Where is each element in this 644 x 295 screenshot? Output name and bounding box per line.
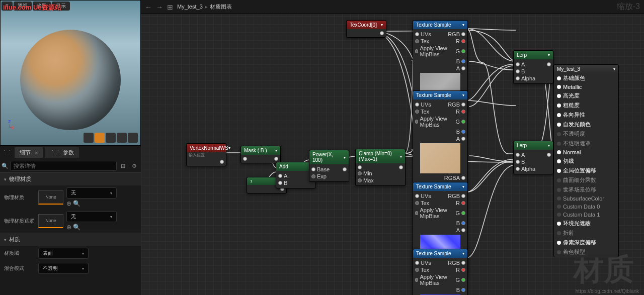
result-pin-19[interactable]: 着色模型 — [554, 247, 618, 257]
asset-slot-phys-mask[interactable]: None — [38, 214, 63, 228]
result-pin-7[interactable]: 不透明遮罩 — [554, 139, 618, 148]
tab-details[interactable]: 细节 × — [15, 147, 43, 158]
close-icon[interactable]: × — [35, 150, 38, 156]
material-result-node[interactable]: My_test_3 基础颜色Metallic高光度粗糙度各向异性自发光颜色不透明… — [553, 64, 619, 257]
node-vertexnormalws[interactable]: VertexNormalWS 输入位置 — [186, 143, 226, 166]
node-texture-sample-4[interactable]: Texture Sample UVsRGB TexR Apply View Mi… — [413, 249, 468, 295]
nav-back-icon[interactable]: ← — [145, 3, 152, 11]
graph-toolbar: ← → ⊞ My_test_3▸材质图表 缩放-3 — [141, 0, 644, 14]
section-material[interactable]: 材质 — [0, 233, 141, 246]
search-input[interactable] — [10, 161, 117, 171]
prop-label-blend: 混合模式 — [4, 265, 34, 272]
result-pin-13[interactable]: SubsurfaceColor — [554, 194, 618, 203]
browse-icon[interactable]: 🔍 — [73, 200, 80, 207]
result-pin-15[interactable]: Custom Data 1 — [554, 211, 618, 219]
node-mask[interactable]: Mask ( B ) — [240, 146, 281, 163]
result-pin-5[interactable]: 自发光颜色 — [554, 120, 618, 129]
browse-icon[interactable]: 🔍 — [73, 224, 80, 231]
nav-forward-icon[interactable]: → — [156, 3, 163, 11]
zoom-level: 缩放-3 — [617, 2, 640, 12]
material-preview-viewport[interactable]: iiiue.com Ue资源站 ≡ 透视 光照 显示 z└x — [0, 0, 141, 146]
home-icon[interactable]: ⊞ — [167, 3, 173, 11]
prop-label-domain: 材质域 — [4, 250, 34, 257]
prop-label-phys-mat: 物理材质 — [4, 194, 34, 201]
result-pin-11[interactable]: 曲面细分乘数 — [554, 175, 618, 185]
settings-gear-icon[interactable]: ⚙ — [129, 163, 139, 169]
viewport-shape-buttons[interactable] — [84, 133, 138, 143]
node-texcoord[interactable]: TexCoord[0] — [346, 20, 386, 38]
use-selected-icon[interactable]: ⊕ — [66, 200, 71, 207]
result-pin-10[interactable]: 全局位置偏移 — [554, 166, 618, 175]
use-selected-icon[interactable]: ⊕ — [66, 224, 71, 231]
breadcrumb[interactable]: My_test_3▸材质图表 — [177, 3, 232, 11]
node-clamp[interactable]: Clamp (Min=0) (Max=1) Min Max — [355, 149, 406, 186]
credit-text: https://blog.csdn.net/Qiblank — [576, 288, 639, 294]
dropdown-blend-mode[interactable]: 不透明 — [38, 263, 89, 274]
result-pin-6[interactable]: 不透明度 — [554, 129, 618, 139]
axis-gizmo: z└x — [8, 118, 15, 130]
preview-sphere[interactable] — [20, 30, 121, 130]
result-pin-2[interactable]: 高光度 — [554, 91, 618, 101]
result-pin-1[interactable]: Metallic — [554, 83, 618, 91]
node-texture-sample-2[interactable]: Texture Sample UVsRGB TexR Apply View Mi… — [413, 90, 468, 183]
prop-label-phys-mask: 物理材质遮罩 — [4, 218, 34, 225]
result-pin-8[interactable]: Normal — [554, 148, 618, 156]
asset-slot-phys-mat[interactable]: None — [38, 190, 63, 205]
result-pin-4[interactable]: 各向异性 — [554, 110, 618, 120]
section-physical-material[interactable]: 物理材质 — [0, 172, 141, 185]
result-pin-17[interactable]: 折射 — [554, 228, 618, 238]
result-pin-3[interactable]: 粗糙度 — [554, 101, 618, 110]
result-pin-0[interactable]: 基础颜色 — [554, 73, 618, 83]
watermark-text: iiiue.com Ue资源站 — [3, 3, 61, 12]
node-lerp-1[interactable]: Lerp A B Alpha — [513, 50, 553, 84]
dropdown-phys-mat[interactable]: 无 — [66, 187, 117, 199]
node-lerp-2[interactable]: Lerp A B Alpha — [513, 141, 553, 174]
result-pin-12[interactable]: 世界场景位移 — [554, 185, 618, 194]
dropdown-material-domain[interactable]: 表面 — [38, 248, 89, 259]
node-power[interactable]: Power(X, 100) Base Exp — [309, 150, 349, 182]
result-pin-16[interactable]: 环境光遮蔽 — [554, 219, 618, 228]
result-pin-9[interactable]: 切线 — [554, 156, 618, 166]
tab-params[interactable]: ⋮⋮ 参数 — [45, 147, 79, 158]
filter-icon[interactable]: ⊞ — [118, 163, 128, 169]
dropdown-phys-mask[interactable]: 无 — [66, 211, 117, 222]
settings-icon[interactable]: ⋮⋮ — [2, 149, 13, 156]
material-graph-canvas[interactable]: ← → ⊞ My_test_3▸材质图表 缩放-3 — [141, 0, 644, 295]
result-pin-18[interactable]: 像素深度偏移 — [554, 238, 618, 247]
result-pin-14[interactable]: Custom Data 0 — [554, 203, 618, 211]
